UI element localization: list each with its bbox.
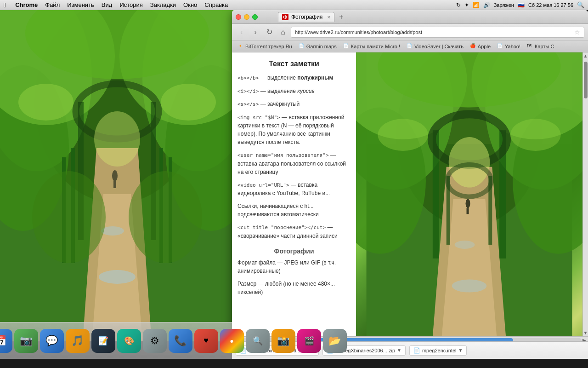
- help-block-italic: <i></i> — выделение курсив: [237, 87, 351, 96]
- bluetooth-icon: ✦: [464, 2, 469, 8]
- dock-facetime[interactable]: 📷: [14, 329, 38, 353]
- bookmark-star-icon[interactable]: ☆: [574, 29, 580, 36]
- home-button[interactable]: ⌂: [277, 26, 289, 38]
- download-arrow-2[interactable]: ▼: [397, 348, 401, 353]
- apple-menu[interactable]: : [4, 1, 6, 9]
- datetime: Сб 22 мая 16 27 56: [528, 2, 573, 8]
- bookmarks-bar: 🔸 BitTorrent трекер Ru 📄 Garmin maps 📄 К…: [232, 40, 588, 52]
- forward-button[interactable]: ›: [249, 26, 261, 38]
- url-text: http://www.drive2.ru/communities/photoar…: [295, 29, 422, 35]
- tab-title: Фотография: [291, 14, 322, 20]
- window-close-button[interactable]: [236, 14, 241, 20]
- svg-point-47: [466, 199, 470, 208]
- tab-close-button[interactable]: ×: [327, 14, 330, 20]
- back-button[interactable]: ‹: [236, 26, 248, 38]
- chrome-titlebar: Ф Фотография × +: [232, 10, 588, 24]
- dock-app3[interactable]: ♥: [194, 329, 218, 353]
- tab-favicon: Ф: [282, 14, 288, 20]
- dock-folder[interactable]: 📂: [323, 329, 347, 353]
- window-minimize-button[interactable]: [244, 14, 249, 20]
- bookmark-icon: 📄: [407, 43, 413, 50]
- bookmark-videosaver[interactable]: 📄 VideoSaver | Скачать: [404, 42, 466, 51]
- bookmark-label: Карты С: [535, 44, 554, 49]
- tab-bar: Ф Фотография × +: [274, 12, 350, 22]
- help-photo-size: Размер — любой (но не менее 480×... пикс…: [237, 280, 351, 296]
- bookmark-icon: 📄: [497, 43, 503, 50]
- menu-edit[interactable]: Изменить: [67, 1, 94, 8]
- window-maximize-button[interactable]: [252, 14, 258, 20]
- bookmark-apple[interactable]: 🍎 Apple: [467, 42, 493, 51]
- refresh-button[interactable]: ↻: [263, 26, 275, 38]
- dock-app1[interactable]: 📝: [91, 329, 115, 353]
- menu-history[interactable]: История: [119, 1, 142, 8]
- new-tab-button[interactable]: +: [336, 12, 346, 22]
- chrome-browser-window: Ф Фотография × + ‹ › ↻ ⌂ http://www.driv…: [232, 10, 588, 344]
- svg-point-49: [378, 119, 428, 151]
- bookmark-label: Карты памяти Micro !: [351, 44, 400, 49]
- help-block-img: <img src="$N"> — вставка приложенной кар…: [237, 113, 351, 147]
- dock-search[interactable]: 🔍: [246, 329, 270, 353]
- scroll-up-arrow[interactable]: ▲: [582, 52, 588, 59]
- browser-garden-photo: [356, 52, 582, 336]
- scroll-down-arrow[interactable]: ▼: [582, 329, 588, 336]
- help-block-bold: <b></b> — выделение полужирным: [237, 74, 351, 82]
- desktop: Ф Фотография × + ‹ › ↻ ⌂ http://www.driv…: [0, 10, 588, 359]
- vertical-scrollbar[interactable]: ▲ ▼: [582, 52, 588, 336]
- bookmark-yahoo[interactable]: 📄 Yahoo!: [494, 42, 523, 51]
- search-icon[interactable]: 🔍: [577, 1, 584, 8]
- dock-itunes[interactable]: 🎵: [66, 329, 90, 353]
- photo-section-title: Фотографии: [237, 247, 351, 255]
- scrollbar-track[interactable]: [583, 59, 588, 329]
- bookmark-icon: 📄: [299, 43, 305, 50]
- dock-calendar[interactable]: 📅: [0, 329, 12, 353]
- help-block-user: <user name="имя_пользователя"> — вставка…: [237, 151, 351, 176]
- bookmark-karty2[interactable]: 🗺 Карты С: [524, 42, 557, 51]
- chrome-toolbar: ‹ › ↻ ⌂ http://www.drive2.ru/communities…: [232, 24, 588, 40]
- dock-prefs[interactable]: ⚙: [143, 329, 167, 353]
- bookmark-icon: 📄: [343, 43, 350, 50]
- menu-file[interactable]: Файл: [45, 1, 60, 8]
- bookmark-karty[interactable]: 📄 Карты памяти Micro !: [340, 42, 403, 51]
- svg-point-22: [129, 171, 202, 263]
- photo-area: ▲ ▼: [356, 52, 588, 336]
- menubar:  Chrome Файл Изменить Вид История Закла…: [0, 0, 588, 10]
- dock-photos[interactable]: 📸: [271, 329, 295, 353]
- svg-point-25: [112, 170, 118, 181]
- dock-chrome[interactable]: ●: [220, 329, 244, 353]
- wifi-icon: 📶: [473, 2, 480, 8]
- bookmark-icon: 🔸: [237, 43, 244, 50]
- dock-messages[interactable]: 💬: [40, 329, 64, 353]
- help-block-links: Ссылки, начинающиеся с ht... подсвечиваю…: [237, 202, 351, 218]
- svg-point-50: [510, 119, 560, 151]
- bookmark-bittorrent[interactable]: 🔸 BitTorrent трекер Ru: [235, 42, 295, 51]
- address-bar[interactable]: http://www.drive2.ru/communities/photoar…: [291, 27, 584, 38]
- menu-bookmarks[interactable]: Закладки: [150, 1, 176, 8]
- macos-dock: 🖥 📁 🧭 ✉ 📅 📷 💬 🎵 📝 🎨 ⚙ 📞 ♥ ● 🔍 📸 🎬 📂: [0, 322, 232, 359]
- help-photo-format: Формат файла — JPEG или GIF (в т.ч. аним…: [237, 259, 351, 275]
- dock-skype[interactable]: 📞: [169, 329, 192, 353]
- svg-point-41: [452, 280, 487, 293]
- menu-view[interactable]: Вид: [102, 1, 113, 8]
- refresh-icon: ↻: [456, 2, 461, 8]
- help-block-cut: <cut title="пояснение"></cut> — «сворачи…: [237, 223, 351, 240]
- help-block-strike: <s></s> — зачёркнутый: [237, 100, 351, 109]
- tab-fotografia[interactable]: Ф Фотография ×: [278, 12, 334, 22]
- download-arrow-3[interactable]: ▼: [458, 348, 463, 353]
- bookmark-label: Yahoo!: [505, 44, 520, 49]
- battery-status: Заряжен: [494, 2, 514, 8]
- dock-video[interactable]: 🎬: [297, 329, 321, 353]
- svg-point-15: [94, 111, 140, 167]
- bookmark-label: Garmin maps: [306, 44, 337, 49]
- download-file-icon: 📄: [413, 347, 420, 354]
- menu-window[interactable]: Окно: [183, 1, 197, 8]
- svg-point-13: [99, 270, 136, 284]
- page-content: Текст заметки <b></b> — выделение полужи…: [232, 52, 588, 336]
- bookmark-garmin[interactable]: 📄 Garmin maps: [296, 42, 339, 51]
- dock-app2[interactable]: 🎨: [117, 329, 141, 353]
- bookmark-label: Apple: [478, 44, 491, 49]
- menubar-right: ↻ ✦ 📶 🔊 Заряжен 🇷🇺 Сб 22 мая 16 27 56 🔍: [456, 1, 584, 8]
- menu-chrome[interactable]: Chrome: [15, 1, 38, 8]
- download-item-3[interactable]: 📄 mpeg2enc.intel ▼: [409, 345, 467, 356]
- scrollbar-thumb[interactable]: [584, 62, 588, 98]
- menu-help[interactable]: Справка: [204, 1, 228, 8]
